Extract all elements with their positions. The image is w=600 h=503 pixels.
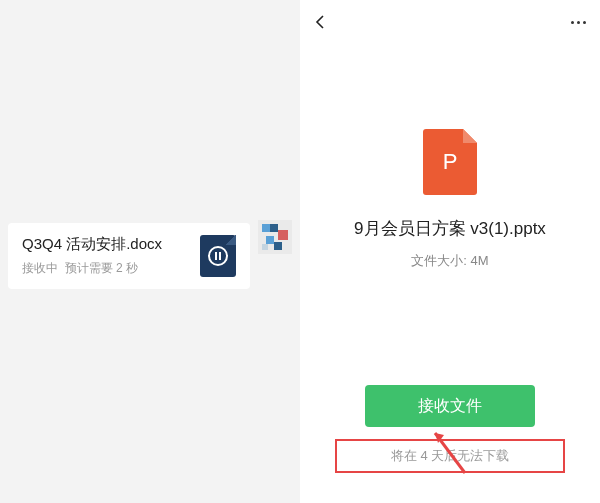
svg-rect-1 (262, 224, 270, 232)
receive-file-button[interactable]: 接收文件 (365, 385, 535, 427)
left-pane: Q3Q4 活动安排.docx 接收中 预计需要 2 秒 (0, 0, 300, 503)
file-title: Q3Q4 活动安排.docx (22, 235, 200, 254)
status-eta: 预计需要 2 秒 (65, 261, 138, 275)
svg-rect-2 (270, 224, 278, 232)
file-preview-section: P 9月会员日方案 v3(1).pptx 文件大小: 4M (300, 129, 600, 270)
pause-icon[interactable] (208, 246, 228, 266)
back-icon[interactable] (314, 15, 328, 29)
svg-rect-3 (278, 230, 288, 240)
expire-notice-text: 将在 4 天后无法下载 (391, 447, 509, 465)
header (300, 0, 600, 44)
docx-file-icon (200, 235, 236, 277)
svg-rect-5 (274, 242, 282, 250)
pptx-file-icon: P (423, 129, 477, 195)
file-status: 接收中 预计需要 2 秒 (22, 260, 200, 277)
svg-rect-4 (266, 236, 274, 244)
file-title: 9月会员日方案 v3(1).pptx (354, 217, 546, 240)
status-receiving: 接收中 (22, 261, 58, 275)
sender-avatar[interactable] (258, 220, 292, 254)
file-size: 文件大小: 4M (411, 252, 488, 270)
bottom-actions: 接收文件 将在 4 天后无法下载 (300, 385, 600, 473)
right-pane: P 9月会员日方案 v3(1).pptx 文件大小: 4M 接收文件 将在 4 … (300, 0, 600, 503)
svg-rect-6 (262, 244, 268, 250)
expire-notice-highlight: 将在 4 天后无法下载 (335, 439, 565, 473)
more-icon[interactable] (571, 21, 586, 24)
ppt-letter: P (443, 149, 458, 175)
file-info: Q3Q4 活动安排.docx 接收中 预计需要 2 秒 (22, 235, 200, 277)
receiving-file-card[interactable]: Q3Q4 活动安排.docx 接收中 预计需要 2 秒 (8, 223, 250, 289)
